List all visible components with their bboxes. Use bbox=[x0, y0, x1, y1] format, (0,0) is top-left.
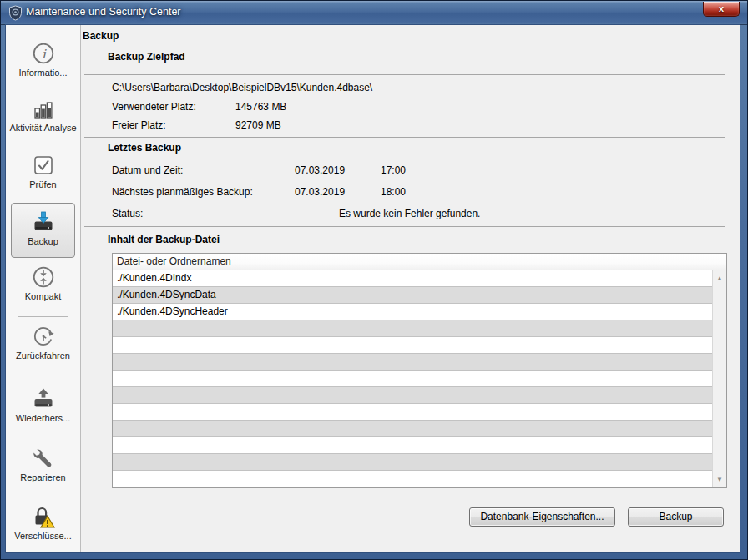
table-column-header[interactable]: Datei- oder Ordnernamen bbox=[113, 254, 726, 270]
status-label: Status: bbox=[112, 208, 143, 219]
used-space-label: Verwendeter Platz: bbox=[112, 101, 196, 113]
page-title: Backup bbox=[83, 30, 119, 42]
section-heading-zielpfad: Backup Zielpfad bbox=[108, 51, 185, 63]
sidebar-item-verify[interactable]: Prüfen bbox=[6, 154, 80, 190]
app-shield-icon bbox=[8, 5, 23, 21]
sidebar-item-activity-analysis[interactable]: Aktivität Analyse bbox=[6, 97, 80, 134]
check-box-icon bbox=[32, 154, 55, 177]
status-value: Es wurde kein Fehler gefunden. bbox=[339, 208, 480, 219]
table-row-empty[interactable] bbox=[113, 320, 712, 337]
backup-file-table: Datei- oder Ordnernamen ./Kunden.4DIndx … bbox=[112, 253, 727, 488]
section-heading-letztes-backup: Letztes Backup bbox=[108, 142, 181, 154]
svg-text:i: i bbox=[42, 47, 47, 62]
table-row-empty[interactable] bbox=[113, 387, 712, 404]
table-row-file[interactable]: ./Kunden.4DSyncHeader bbox=[113, 304, 712, 320]
close-icon: x bbox=[719, 3, 724, 13]
sidebar-item-rollback[interactable]: Zurückfahren bbox=[6, 325, 80, 361]
separator bbox=[84, 74, 725, 75]
restore-drive-icon bbox=[32, 387, 55, 411]
sidebar-item-label: Kompakt bbox=[6, 291, 80, 302]
sidebar-item-label: Aktivität Analyse bbox=[6, 123, 80, 134]
window-title: Maintenance und Security Center bbox=[26, 1, 181, 23]
rollback-clock-icon bbox=[32, 325, 55, 348]
sidebar-item-label: Verschlüsse... bbox=[6, 531, 80, 542]
separator bbox=[84, 497, 735, 497]
next-backup-time: 18:00 bbox=[381, 186, 406, 198]
close-button[interactable]: x bbox=[703, 2, 740, 17]
client-area: i Informatio... Aktivität Analyse bbox=[6, 25, 740, 552]
maintenance-security-center-window: Maintenance und Security Center x i Info… bbox=[0, 0, 748, 560]
sidebar-item-encryption[interactable]: Verschlüsse... bbox=[6, 505, 80, 542]
table-scrollbar[interactable]: ▲ ▼ bbox=[712, 270, 726, 487]
sidebar-item-information[interactable]: i Informatio... bbox=[6, 42, 80, 78]
info-icon: i bbox=[32, 42, 55, 65]
table-row-empty[interactable] bbox=[113, 337, 712, 354]
table-row-file[interactable]: ./Kunden.4DSyncData bbox=[113, 287, 712, 304]
backup-file-table-body: ./Kunden.4DIndx ./Kunden.4DSyncData ./Ku… bbox=[113, 270, 712, 487]
sidebar-item-label: Informatio... bbox=[6, 68, 80, 78]
separator bbox=[84, 226, 725, 227]
backup-page: Backup Backup Zielpfad C:\Users\Barbara\… bbox=[81, 25, 740, 552]
last-backup-date: 07.03.2019 bbox=[295, 164, 345, 176]
sidebar-item-repair[interactable]: Reparieren bbox=[6, 446, 80, 483]
free-space-value: 92709 MB bbox=[235, 119, 281, 131]
database-properties-button[interactable]: Datenbank-Eigenschaften... bbox=[469, 507, 615, 527]
wrench-icon bbox=[32, 446, 55, 470]
next-backup-date: 07.03.2019 bbox=[295, 186, 345, 198]
titlebar: Maintenance und Security Center x bbox=[1, 1, 747, 25]
sidebar: i Informatio... Aktivität Analyse bbox=[6, 25, 81, 552]
sidebar-divider bbox=[18, 316, 68, 317]
last-backup-label: Datum und Zeit: bbox=[112, 164, 183, 176]
table-row-empty[interactable] bbox=[113, 404, 712, 421]
table-row-empty[interactable] bbox=[113, 421, 712, 437]
compact-circle-icon bbox=[32, 265, 55, 289]
sidebar-item-compact[interactable]: Kompakt bbox=[6, 265, 80, 302]
sidebar-item-label: Prüfen bbox=[6, 179, 80, 190]
free-space-label: Freier Platz: bbox=[112, 119, 166, 131]
table-row-empty[interactable] bbox=[113, 371, 712, 387]
section-heading-inhalt: Inhalt der Backup-Datei bbox=[108, 234, 220, 245]
sidebar-item-label: Zurückfahren bbox=[6, 351, 80, 361]
next-backup-label: Nächstes planmäßiges Backup: bbox=[112, 186, 253, 198]
separator bbox=[84, 137, 725, 138]
activity-bars-icon bbox=[32, 97, 55, 120]
table-row-empty[interactable] bbox=[113, 354, 712, 371]
backup-destination-path: C:\Users\Barbara\Desktop\BeispielDBv15\K… bbox=[112, 82, 372, 93]
sidebar-item-label: Backup bbox=[12, 236, 74, 247]
scroll-down-icon[interactable]: ▼ bbox=[713, 476, 726, 483]
table-row-empty[interactable] bbox=[113, 454, 712, 471]
scroll-up-icon[interactable]: ▲ bbox=[713, 275, 726, 282]
table-row-file[interactable]: ./Kunden.4DIndx bbox=[113, 270, 712, 287]
sidebar-item-restore[interactable]: Wiederhers... bbox=[6, 387, 80, 424]
table-row-empty[interactable] bbox=[113, 437, 712, 454]
table-row-empty[interactable] bbox=[113, 471, 712, 487]
lock-warning-icon bbox=[32, 505, 55, 528]
sidebar-item-label: Wiederhers... bbox=[6, 413, 80, 424]
backup-drive-icon bbox=[32, 210, 55, 234]
last-backup-time: 17:00 bbox=[381, 164, 406, 176]
sidebar-item-backup-selected[interactable]: Backup bbox=[11, 203, 75, 258]
backup-button[interactable]: Backup bbox=[628, 507, 724, 527]
used-space-value: 145763 MB bbox=[235, 101, 286, 113]
sidebar-item-label: Reparieren bbox=[6, 472, 80, 483]
